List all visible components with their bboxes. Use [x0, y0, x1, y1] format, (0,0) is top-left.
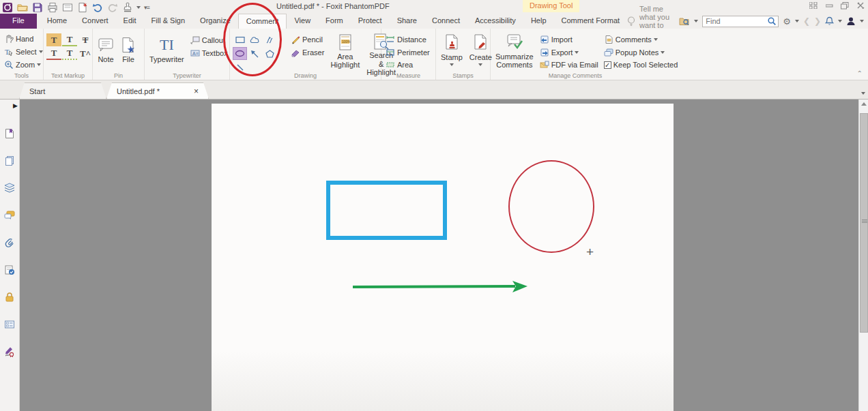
keep-tool-selected-checkbox[interactable]: ✓	[604, 61, 611, 69]
perimeter-button[interactable]: Perimeter	[384, 46, 431, 59]
typewriter-button[interactable]: TI Typewriter	[147, 35, 186, 71]
replace-text-button[interactable]: T	[62, 47, 77, 60]
mail-preview-icon[interactable]	[61, 2, 73, 13]
tab-home[interactable]: Home	[40, 14, 74, 29]
strikeout-text-button[interactable]: T	[78, 33, 93, 46]
zoom-tool-button[interactable]: Zoom	[3, 59, 44, 71]
print-icon[interactable]	[46, 2, 58, 13]
document-canvas[interactable]: +	[20, 100, 858, 411]
note-button[interactable]: Note	[96, 35, 116, 71]
pencil-button[interactable]: Pencil	[289, 33, 326, 46]
tab-convert[interactable]: Convert	[74, 14, 116, 29]
polyline-tool[interactable]	[263, 33, 277, 46]
polygon-tool[interactable]	[263, 47, 277, 60]
undo-icon[interactable]	[91, 2, 103, 13]
pdf-page[interactable]: +	[212, 104, 674, 411]
find-box[interactable]	[702, 16, 779, 27]
summarize-comments-button[interactable]: Summarize Comments	[493, 33, 536, 71]
doc-tab-list-caret-icon[interactable]	[861, 92, 865, 95]
comments-panel-icon[interactable]	[3, 209, 16, 222]
search-folder-icon[interactable]	[679, 17, 690, 26]
fields-panel-icon[interactable]	[3, 318, 16, 331]
tab-file[interactable]: File	[0, 14, 37, 29]
find-input[interactable]	[706, 17, 767, 25]
collapse-ribbon-icon[interactable]: ⌃	[857, 70, 863, 77]
tab-fill-sign[interactable]: Fill & Sign	[144, 14, 193, 29]
keep-tool-selected-option[interactable]: ✓ Keep Tool Selected	[603, 59, 680, 71]
tab-view[interactable]: View	[287, 14, 318, 29]
distance-button[interactable]: Distance	[384, 33, 431, 46]
export-button[interactable]: Export	[538, 46, 600, 59]
tab-form[interactable]: Form	[318, 14, 351, 29]
tab-help[interactable]: Help	[523, 14, 554, 29]
insert-text-button[interactable]: T^	[78, 47, 93, 60]
arrow-tool[interactable]	[248, 47, 262, 60]
highlight-text-button[interactable]: T	[46, 33, 61, 46]
layers-panel-icon[interactable]	[3, 181, 16, 195]
user-account-icon[interactable]	[846, 16, 856, 26]
comments-button[interactable]: Comments	[603, 33, 680, 46]
tab-comment-format[interactable]: Comment Format	[554, 14, 628, 29]
doc-tab-start[interactable]: Start	[19, 82, 106, 99]
drawn-ellipse-annotation[interactable]	[508, 160, 594, 253]
settings-caret-icon[interactable]	[795, 20, 799, 22]
security-panel-icon[interactable]	[3, 263, 16, 277]
tab-layout-icon[interactable]	[809, 1, 818, 10]
tab-edit[interactable]: Edit	[116, 14, 144, 29]
notification-bell-icon[interactable]	[825, 16, 834, 26]
tab-connect[interactable]: Connect	[424, 14, 467, 29]
save-icon[interactable]	[31, 2, 43, 13]
bell-caret-icon[interactable]	[838, 20, 842, 22]
import-button[interactable]: Import	[538, 33, 600, 46]
oval-tool[interactable]	[233, 47, 247, 60]
qat-customize-icon[interactable]: ▾≡	[144, 4, 149, 11]
qat-dropdown-caret-icon[interactable]	[136, 6, 141, 9]
close-icon[interactable]	[856, 1, 865, 10]
select-tool-button[interactable]: T Select	[3, 46, 44, 58]
signature-panel-icon[interactable]	[3, 345, 16, 359]
textbox-button[interactable]: A≡ Textbox	[189, 47, 229, 59]
tab-accessibility[interactable]: Accessibility	[467, 14, 523, 29]
new-document-icon[interactable]	[76, 2, 88, 13]
doc-tab-untitled[interactable]: Untitled.pdf * ×	[106, 82, 209, 99]
squiggly-text-button[interactable]: T	[46, 47, 61, 60]
tab-share[interactable]: Share	[390, 14, 424, 29]
drawn-rectangle-annotation[interactable]	[326, 181, 447, 240]
open-folder-icon[interactable]	[16, 2, 28, 13]
lock-panel-icon[interactable]	[3, 290, 16, 304]
underline-text-button[interactable]: T	[62, 33, 77, 46]
search-dropdown-caret-icon[interactable]	[694, 20, 698, 22]
area-button[interactable]: Area	[384, 59, 431, 71]
scroll-up-icon[interactable]	[861, 102, 867, 106]
stamp-tool-icon[interactable]	[121, 2, 133, 13]
tab-protect[interactable]: Protect	[351, 14, 390, 29]
doc-tab-close-icon[interactable]: ×	[194, 87, 199, 96]
file-attach-button[interactable]: File	[119, 35, 138, 71]
stamp-button[interactable]: Stamp	[439, 33, 465, 71]
attachments-panel-icon[interactable]	[3, 236, 16, 249]
minimize-icon[interactable]	[824, 1, 834, 10]
eraser-button[interactable]: Eraser	[289, 46, 326, 59]
area-highlight-button[interactable]: 100% Area Highlight	[328, 32, 362, 71]
tab-organize[interactable]: Organize	[192, 14, 238, 29]
settings-gear-icon[interactable]: ⚙	[783, 16, 791, 27]
restore-icon[interactable]	[840, 1, 850, 10]
create-stamp-button[interactable]: Create	[467, 33, 494, 71]
panel-expand-icon[interactable]: ▶	[13, 102, 18, 109]
nav-forward-icon[interactable]: ❯	[814, 16, 821, 26]
callout-button[interactable]: Callout	[189, 34, 229, 46]
drawn-arrow-annotation[interactable]	[351, 278, 530, 294]
nav-back-icon[interactable]: ❮	[803, 16, 810, 26]
pages-panel-icon[interactable]	[3, 154, 16, 168]
redo-icon[interactable]	[106, 2, 118, 13]
bookmarks-panel-icon[interactable]	[3, 127, 16, 140]
popup-notes-button[interactable]: Popup Notes	[603, 46, 680, 59]
user-caret-icon[interactable]	[860, 20, 864, 22]
vertical-scrollbar[interactable]	[858, 100, 868, 411]
rectangle-tool[interactable]	[233, 33, 247, 46]
cloud-tool[interactable]	[248, 33, 262, 46]
fdf-via-email-button[interactable]: FDF via Email	[538, 59, 600, 71]
hand-tool-button[interactable]: Hand	[3, 33, 44, 45]
tab-comment[interactable]: Comment	[238, 14, 287, 29]
scrollbar-thumb[interactable]	[860, 113, 868, 333]
